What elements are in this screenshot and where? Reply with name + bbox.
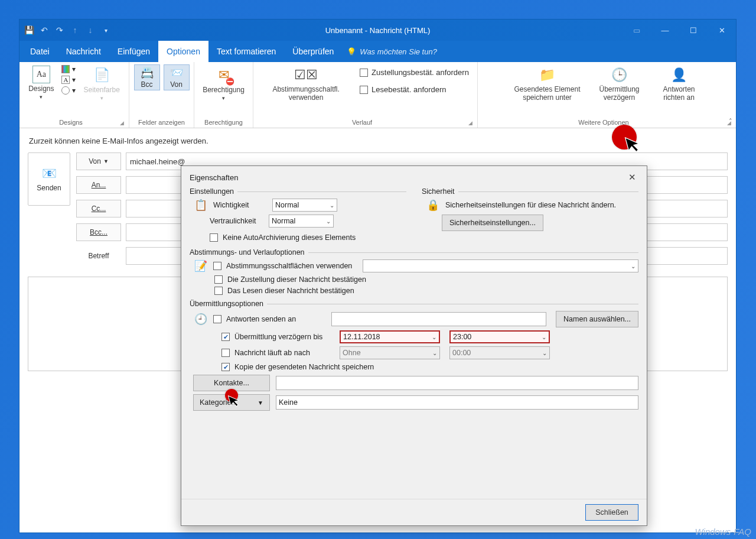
dialog-title: Eigenschaften bbox=[190, 173, 238, 182]
collapse-ribbon-icon[interactable]: ˄ bbox=[729, 118, 732, 125]
window-minimize-button[interactable]: — bbox=[651, 20, 679, 41]
quick-access-toolbar: 💾 ↶ ↷ ↑ ↓ ▾ bbox=[19, 24, 112, 36]
tab-text-formatieren[interactable]: Text formatieren bbox=[208, 41, 284, 62]
send-icon: 📧 bbox=[42, 166, 57, 180]
reply-to-input[interactable] bbox=[331, 312, 546, 326]
sensitivity-label: Vertraulichkeit bbox=[210, 217, 264, 225]
use-voting-checkbox[interactable] bbox=[213, 262, 221, 270]
no-autoarchive-checkbox[interactable] bbox=[210, 233, 218, 242]
tell-me-text: Was möchten Sie tun? bbox=[360, 47, 437, 56]
importance-combo[interactable]: Normal⌄ bbox=[272, 199, 337, 212]
toggle-bcc-button[interactable]: 📇 Bcc bbox=[134, 64, 160, 90]
kategorien-input[interactable]: Keine bbox=[276, 395, 638, 410]
toggle-von-button[interactable]: 📨 Von bbox=[164, 64, 190, 90]
from-icon: 📨 bbox=[170, 66, 183, 79]
tell-me[interactable]: 💡 Was möchten Sie tun? bbox=[342, 41, 437, 62]
window-controls: ▭ — ☐ ✕ bbox=[623, 20, 736, 41]
group-verlauf: ☑☒ Abstimmungsschaltfl. verwenden Zustel… bbox=[253, 62, 478, 128]
sensitivity-combo[interactable]: Normal⌄ bbox=[269, 215, 334, 228]
abstimmungsschaltfl-button[interactable]: ☑☒ Abstimmungsschaltfl. verwenden bbox=[262, 64, 350, 103]
delivery-receipt-checkbox[interactable] bbox=[214, 275, 223, 284]
window-collapse-button[interactable]: ▭ bbox=[623, 20, 651, 41]
berechtigung-button[interactable]: ✉⛔ Berechtigung ▾ bbox=[200, 64, 247, 102]
delay-date-combo[interactable]: 12.11.2018⌄ bbox=[340, 330, 440, 343]
senden-button[interactable]: 📧 Senden bbox=[28, 152, 70, 206]
schliessen-button[interactable]: Schließen bbox=[585, 504, 638, 521]
next-item-icon[interactable]: ↓ bbox=[84, 24, 96, 36]
zustellungsbestaet-checkbox[interactable]: Zustellungsbestät. anfordern bbox=[360, 68, 469, 77]
voting-legend: Abstimmungs- und Verlaufoptionen bbox=[190, 248, 305, 256]
customize-qat-icon[interactable]: ▾ bbox=[100, 24, 112, 36]
lightbulb-icon: 💡 bbox=[347, 47, 356, 56]
group-weitere-optionen: 📁 Gesendetes Element speichern unter 🕒 Ü… bbox=[478, 62, 736, 128]
theme-colors[interactable]: ▾ bbox=[60, 64, 77, 74]
bcc-icon: 📇 bbox=[141, 66, 154, 79]
security-legend: Sicherheit bbox=[422, 187, 455, 196]
dialog-titlebar: Eigenschaften ✕ bbox=[181, 166, 647, 187]
expires-date-combo[interactable]: Ohne⌄ bbox=[340, 346, 440, 359]
titlebar: 💾 ↶ ↷ ↑ ↓ ▾ Unbenannt - Nachricht (HTML)… bbox=[19, 20, 736, 41]
expires-time-combo[interactable]: 00:00⌄ bbox=[449, 346, 550, 359]
seitenfarbe-button: 📄 Seitenfarbe ▾ bbox=[81, 64, 122, 102]
page-color-icon: 📄 bbox=[92, 66, 111, 85]
undo-icon[interactable]: ↶ bbox=[38, 24, 50, 36]
reply-to-checkbox[interactable] bbox=[213, 315, 221, 323]
tab-ueberpruefen[interactable]: Überprüfen bbox=[284, 41, 342, 62]
eigenschaften-dialog: Eigenschaften ✕ Einstellungen 📋 Wichtigk… bbox=[181, 165, 647, 526]
delivery-group-icon: 🕘 bbox=[193, 313, 208, 326]
security-icon: 🔒 bbox=[425, 199, 441, 212]
an-button[interactable]: An... bbox=[76, 176, 121, 194]
group-designs: Aa Designs ▾ ▾ A▾ ▾ 📄 Seitenfarbe ▾ Desi… bbox=[19, 62, 129, 128]
dialog-close-button[interactable]: ✕ bbox=[625, 172, 638, 183]
uebermittlung-verzoegern-button[interactable]: 🕒 Übermittlung verzögern bbox=[590, 64, 649, 103]
designs-button[interactable]: Aa Designs ▾ bbox=[26, 64, 56, 101]
delivery-legend: Übermittlungsoptionen bbox=[190, 300, 263, 308]
verlauf-launcher-icon[interactable]: ◢ bbox=[467, 120, 474, 128]
tab-optionen[interactable]: Optionen bbox=[158, 41, 208, 62]
tab-einfuegen[interactable]: Einfügen bbox=[109, 41, 158, 62]
von-button[interactable]: Von▼ bbox=[76, 152, 121, 170]
tab-nachricht[interactable]: Nachricht bbox=[58, 41, 109, 62]
group-felder-anzeigen: 📇 Bcc 📨 Von Felder anzeigen bbox=[129, 62, 194, 128]
theme-mini-controls: ▾ A▾ ▾ bbox=[60, 64, 77, 95]
betreff-label: Betreff bbox=[76, 252, 121, 260]
designs-launcher-icon[interactable]: ◢ bbox=[119, 120, 125, 128]
group-berechtigung: ✉⛔ Berechtigung ▾ Berechtigung bbox=[194, 62, 253, 128]
kontakte-input[interactable] bbox=[276, 376, 638, 390]
read-receipt-checkbox[interactable] bbox=[214, 287, 223, 295]
theme-effects[interactable]: ▾ bbox=[60, 86, 77, 95]
save-copy-checkbox[interactable] bbox=[221, 363, 230, 371]
permission-icon: ✉⛔ bbox=[214, 66, 233, 85]
gesendet-speichern-button[interactable]: 📁 Gesendetes Element speichern unter bbox=[509, 64, 586, 103]
save-icon[interactable]: 💾 bbox=[23, 24, 35, 36]
window-maximize-button[interactable]: ☐ bbox=[679, 20, 708, 41]
security-settings-button[interactable]: Sicherheitseinstellungen... bbox=[442, 215, 543, 231]
lesebestaet-checkbox[interactable]: Lesebestät. anfordern bbox=[360, 85, 469, 94]
delay-time-combo[interactable]: 23:00⌄ bbox=[449, 330, 550, 343]
select-names-button[interactable]: Namen auswählen... bbox=[556, 311, 638, 327]
expires-checkbox[interactable] bbox=[221, 349, 230, 357]
delay-delivery-icon: 🕒 bbox=[610, 66, 629, 85]
voting-combo[interactable]: ⌄ bbox=[363, 259, 638, 272]
voting-icon: ☑☒ bbox=[296, 66, 315, 85]
redo-icon[interactable]: ↷ bbox=[54, 24, 66, 36]
save-sent-icon: 📁 bbox=[538, 66, 557, 85]
ribbon-tab-strip: Datei Nachricht Einfügen Optionen Text f… bbox=[19, 41, 736, 62]
direct-replies-icon: 👤 bbox=[670, 66, 689, 85]
importance-label: Wichtigkeit bbox=[213, 201, 268, 209]
antworten-richten-an-button[interactable]: 👤 Antworten richten an bbox=[653, 64, 706, 103]
delay-delivery-checkbox[interactable] bbox=[221, 333, 230, 341]
window-close-button[interactable]: ✕ bbox=[708, 20, 736, 41]
settings-legend: Einstellungen bbox=[190, 187, 234, 196]
tab-datei[interactable]: Datei bbox=[22, 41, 58, 62]
bcc-button[interactable]: Bcc... bbox=[76, 223, 121, 241]
voting-group-icon: 📝 bbox=[193, 259, 208, 272]
theme-fonts[interactable]: A▾ bbox=[60, 75, 77, 85]
prev-item-icon[interactable]: ↑ bbox=[69, 24, 81, 36]
themes-icon: Aa bbox=[32, 66, 50, 83]
ribbon-optionen: Aa Designs ▾ ▾ A▾ ▾ 📄 Seitenfarbe ▾ Desi… bbox=[19, 62, 736, 128]
cc-button[interactable]: Cc... bbox=[76, 200, 121, 217]
settings-icon: 📋 bbox=[193, 199, 208, 212]
